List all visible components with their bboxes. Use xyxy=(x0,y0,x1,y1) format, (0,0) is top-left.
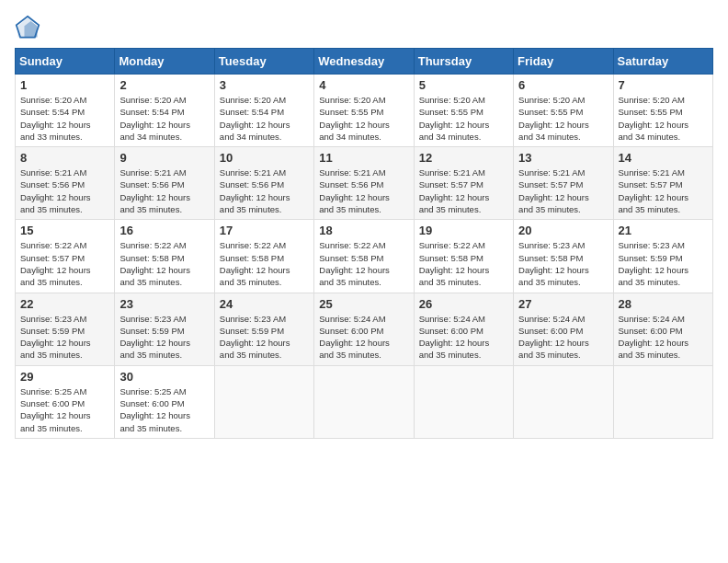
calendar-cell: 13Sunrise: 5:21 AM Sunset: 5:57 PM Dayli… xyxy=(514,147,613,220)
day-info: Sunrise: 5:21 AM Sunset: 5:56 PM Dayligh… xyxy=(319,167,408,215)
day-info: Sunrise: 5:24 AM Sunset: 6:00 PM Dayligh… xyxy=(319,313,408,362)
calendar-cell: 29Sunrise: 5:25 AM Sunset: 6:00 PM Dayli… xyxy=(16,365,115,438)
day-number: 24 xyxy=(220,297,309,311)
calendar-cell: 10Sunrise: 5:21 AM Sunset: 5:56 PM Dayli… xyxy=(214,147,313,220)
day-header-sunday: Sunday xyxy=(16,49,115,75)
day-info: Sunrise: 5:25 AM Sunset: 6:00 PM Dayligh… xyxy=(20,385,109,434)
calendar-cell: 17Sunrise: 5:22 AM Sunset: 5:58 PM Dayli… xyxy=(214,220,313,293)
day-info: Sunrise: 5:24 AM Sunset: 6:00 PM Dayligh… xyxy=(619,313,708,362)
day-header-friday: Friday xyxy=(514,49,613,75)
day-number: 11 xyxy=(319,151,408,165)
calendar-cell: 8Sunrise: 5:21 AM Sunset: 5:56 PM Daylig… xyxy=(16,147,115,220)
day-info: Sunrise: 5:20 AM Sunset: 5:55 PM Dayligh… xyxy=(518,94,608,143)
day-header-tuesday: Tuesday xyxy=(214,49,313,75)
calendar-cell xyxy=(414,365,513,438)
calendar-cell: 23Sunrise: 5:23 AM Sunset: 5:59 PM Dayli… xyxy=(115,293,214,365)
day-info: Sunrise: 5:22 AM Sunset: 5:58 PM Dayligh… xyxy=(419,239,508,288)
day-info: Sunrise: 5:24 AM Sunset: 6:00 PM Dayligh… xyxy=(419,313,508,362)
calendar-cell: 16Sunrise: 5:22 AM Sunset: 5:58 PM Dayli… xyxy=(115,220,214,293)
day-info: Sunrise: 5:21 AM Sunset: 5:56 PM Dayligh… xyxy=(20,167,109,215)
day-number: 2 xyxy=(119,78,209,92)
day-info: Sunrise: 5:23 AM Sunset: 5:59 PM Dayligh… xyxy=(20,313,109,362)
calendar-cell: 9Sunrise: 5:21 AM Sunset: 5:56 PM Daylig… xyxy=(115,147,214,220)
calendar-cell: 14Sunrise: 5:21 AM Sunset: 5:57 PM Dayli… xyxy=(613,147,712,220)
day-number: 20 xyxy=(518,224,608,237)
calendar-cell: 22Sunrise: 5:23 AM Sunset: 5:59 PM Dayli… xyxy=(16,293,115,365)
day-number: 12 xyxy=(419,151,508,165)
calendar-cell xyxy=(613,365,712,438)
day-number: 21 xyxy=(619,224,708,237)
calendar-cell: 28Sunrise: 5:24 AM Sunset: 6:00 PM Dayli… xyxy=(613,293,712,365)
day-info: Sunrise: 5:21 AM Sunset: 5:56 PM Dayligh… xyxy=(220,167,309,215)
day-number: 5 xyxy=(419,78,508,92)
calendar-week-1: 1Sunrise: 5:20 AM Sunset: 5:54 PM Daylig… xyxy=(16,75,713,147)
day-number: 25 xyxy=(319,297,408,311)
day-info: Sunrise: 5:22 AM Sunset: 5:57 PM Dayligh… xyxy=(20,239,109,288)
day-number: 9 xyxy=(119,151,209,165)
day-number: 15 xyxy=(20,224,109,237)
header xyxy=(15,15,713,40)
day-info: Sunrise: 5:22 AM Sunset: 5:58 PM Dayligh… xyxy=(119,239,209,288)
day-number: 17 xyxy=(220,224,309,237)
calendar-cell xyxy=(214,365,313,438)
calendar-cell: 19Sunrise: 5:22 AM Sunset: 5:58 PM Dayli… xyxy=(414,220,513,293)
calendar-week-5: 29Sunrise: 5:25 AM Sunset: 6:00 PM Dayli… xyxy=(16,365,713,438)
calendar-cell: 20Sunrise: 5:23 AM Sunset: 5:58 PM Dayli… xyxy=(514,220,613,293)
calendar-cell: 24Sunrise: 5:23 AM Sunset: 5:59 PM Dayli… xyxy=(214,293,313,365)
day-number: 1 xyxy=(20,78,109,92)
day-info: Sunrise: 5:20 AM Sunset: 5:54 PM Dayligh… xyxy=(20,94,109,143)
calendar-cell xyxy=(314,365,414,438)
day-number: 23 xyxy=(119,297,209,311)
day-number: 14 xyxy=(619,151,708,165)
day-info: Sunrise: 5:20 AM Sunset: 5:55 PM Dayligh… xyxy=(319,94,408,143)
calendar-cell: 18Sunrise: 5:22 AM Sunset: 5:58 PM Dayli… xyxy=(314,220,414,293)
day-number: 19 xyxy=(419,224,508,237)
calendar-cell: 6Sunrise: 5:20 AM Sunset: 5:55 PM Daylig… xyxy=(514,75,613,147)
day-number: 18 xyxy=(319,224,408,237)
day-info: Sunrise: 5:20 AM Sunset: 5:55 PM Dayligh… xyxy=(619,94,708,143)
calendar-week-2: 8Sunrise: 5:21 AM Sunset: 5:56 PM Daylig… xyxy=(16,147,713,220)
calendar-cell xyxy=(514,365,613,438)
calendar-cell: 12Sunrise: 5:21 AM Sunset: 5:57 PM Dayli… xyxy=(414,147,513,220)
calendar-week-4: 22Sunrise: 5:23 AM Sunset: 5:59 PM Dayli… xyxy=(16,293,713,365)
day-number: 4 xyxy=(319,78,408,92)
day-info: Sunrise: 5:25 AM Sunset: 6:00 PM Dayligh… xyxy=(119,385,209,434)
calendar-cell: 7Sunrise: 5:20 AM Sunset: 5:55 PM Daylig… xyxy=(613,75,712,147)
calendar-cell: 5Sunrise: 5:20 AM Sunset: 5:55 PM Daylig… xyxy=(414,75,513,147)
logo-icon xyxy=(15,15,40,40)
calendar-week-3: 15Sunrise: 5:22 AM Sunset: 5:57 PM Dayli… xyxy=(16,220,713,293)
day-info: Sunrise: 5:21 AM Sunset: 5:57 PM Dayligh… xyxy=(619,167,708,215)
day-header-monday: Monday xyxy=(115,49,214,75)
calendar-cell: 4Sunrise: 5:20 AM Sunset: 5:55 PM Daylig… xyxy=(314,75,414,147)
day-info: Sunrise: 5:20 AM Sunset: 5:54 PM Dayligh… xyxy=(119,94,209,143)
day-info: Sunrise: 5:22 AM Sunset: 5:58 PM Dayligh… xyxy=(220,239,309,288)
day-info: Sunrise: 5:23 AM Sunset: 5:59 PM Dayligh… xyxy=(619,239,708,288)
calendar-cell: 27Sunrise: 5:24 AM Sunset: 6:00 PM Dayli… xyxy=(514,293,613,365)
day-info: Sunrise: 5:23 AM Sunset: 5:59 PM Dayligh… xyxy=(220,313,309,362)
day-number: 3 xyxy=(220,78,309,92)
day-header-saturday: Saturday xyxy=(613,49,712,75)
calendar-cell: 3Sunrise: 5:20 AM Sunset: 5:54 PM Daylig… xyxy=(214,75,313,147)
day-header-thursday: Thursday xyxy=(414,49,513,75)
calendar-cell: 1Sunrise: 5:20 AM Sunset: 5:54 PM Daylig… xyxy=(16,75,115,147)
day-number: 13 xyxy=(518,151,608,165)
day-info: Sunrise: 5:21 AM Sunset: 5:57 PM Dayligh… xyxy=(419,167,508,215)
day-number: 26 xyxy=(419,297,508,311)
calendar-cell: 25Sunrise: 5:24 AM Sunset: 6:00 PM Dayli… xyxy=(314,293,414,365)
calendar-cell: 15Sunrise: 5:22 AM Sunset: 5:57 PM Dayli… xyxy=(16,220,115,293)
day-info: Sunrise: 5:23 AM Sunset: 5:59 PM Dayligh… xyxy=(119,313,209,362)
logo xyxy=(15,15,44,40)
day-number: 28 xyxy=(619,297,708,311)
calendar-cell: 21Sunrise: 5:23 AM Sunset: 5:59 PM Dayli… xyxy=(613,220,712,293)
calendar-cell: 11Sunrise: 5:21 AM Sunset: 5:56 PM Dayli… xyxy=(314,147,414,220)
day-number: 6 xyxy=(518,78,608,92)
day-info: Sunrise: 5:20 AM Sunset: 5:54 PM Dayligh… xyxy=(220,94,309,143)
day-info: Sunrise: 5:24 AM Sunset: 6:00 PM Dayligh… xyxy=(518,313,608,362)
calendar-cell: 26Sunrise: 5:24 AM Sunset: 6:00 PM Dayli… xyxy=(414,293,513,365)
day-number: 16 xyxy=(119,224,209,237)
day-info: Sunrise: 5:20 AM Sunset: 5:55 PM Dayligh… xyxy=(419,94,508,143)
day-number: 10 xyxy=(220,151,309,165)
day-number: 7 xyxy=(619,78,708,92)
day-info: Sunrise: 5:21 AM Sunset: 5:56 PM Dayligh… xyxy=(119,167,209,215)
day-number: 8 xyxy=(20,151,109,165)
